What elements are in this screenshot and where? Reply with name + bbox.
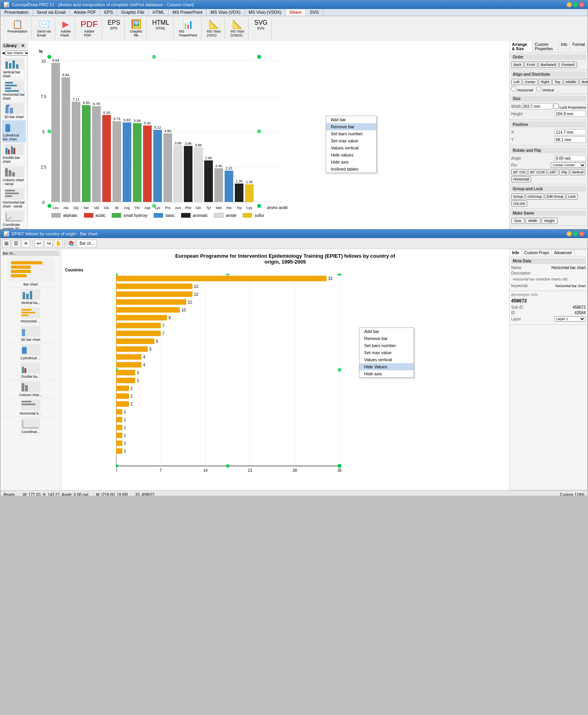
align-left-btn[interactable]: Left: [511, 79, 522, 85]
group-btn[interactable]: Group: [511, 193, 525, 200]
x-input[interactable]: [555, 129, 586, 135]
bottom-sidebar-3d[interactable]: 3D bar chart: [2, 325, 59, 343]
ctx-b-set-max[interactable]: Set max value: [359, 349, 414, 356]
lock-proportions-checkbox[interactable]: [554, 104, 559, 109]
top-chart-canvas[interactable]: 0 2.5 5 7.5 10 % 9.84 8.84: [28, 41, 509, 229]
sidebar-item-horiz-serial[interactable]: Horizontal bar chart - serial: [2, 187, 26, 210]
pin-select[interactable]: Center-Center: [551, 162, 586, 168]
undo-btn[interactable]: ↩: [34, 240, 43, 247]
library-dropdown[interactable]: bar charts: [5, 50, 30, 56]
ctx-inclined-tables[interactable]: Inclined tables: [326, 166, 376, 173]
bottom-close-btn[interactable]: ✕: [579, 231, 584, 237]
bottom-sidebar-double[interactable]: Double ba...: [2, 362, 59, 380]
bottom-sidebar-coord[interactable]: Coordinat...: [2, 417, 59, 435]
align-right-btn[interactable]: Right: [539, 79, 552, 85]
ctx-hide-axis[interactable]: Hide axis: [326, 158, 376, 166]
eps-btn[interactable]: EPS EPS: [107, 18, 121, 31]
adobe-flash-btn[interactable]: ▶ AdobeFlash: [60, 18, 72, 38]
bottom-sidebar-column-serial[interactable]: Column char...: [2, 380, 59, 398]
ctx-set-max-value[interactable]: Set max value: [326, 137, 376, 144]
edit-group-btn[interactable]: Edit Group: [545, 193, 566, 200]
sidebar-item-column-serial[interactable]: Column chart - serial: [2, 165, 26, 187]
front-btn[interactable]: Front: [524, 62, 537, 68]
unlock-btn[interactable]: UnLock: [511, 200, 527, 207]
rotate-180-btn[interactable]: 180°: [548, 169, 559, 175]
ms-ppt-btn[interactable]: 📊 MSPowerPoint: [178, 18, 198, 38]
ungroup-btn[interactable]: UnGroup: [526, 193, 544, 200]
ctx-b-set-bars[interactable]: Set bars number: [359, 342, 414, 349]
email-btn[interactable]: ✉️ Send viaEmail: [36, 18, 52, 38]
ctx-b-hide-axis[interactable]: Hide axis: [359, 370, 414, 377]
library-btn[interactable]: 📚: [67, 240, 76, 247]
html-btn[interactable]: HTML HTML: [151, 18, 170, 31]
sidebar-item-double-bar[interactable]: Double bar chart: [2, 143, 26, 165]
same-height-btn[interactable]: Height: [541, 218, 558, 224]
lock-btn[interactable]: Lock: [566, 193, 578, 200]
solutions-btn[interactable]: ⊞: [2, 240, 11, 247]
adobe-pdf-btn[interactable]: PDF AdobePDF: [80, 18, 99, 38]
same-width-btn[interactable]: Width: [525, 218, 541, 224]
ctx-values-vertical[interactable]: Values vertical: [326, 144, 376, 151]
sidebar-item-3d-bar[interactable]: 3D bar chart: [2, 102, 26, 120]
same-size-btn[interactable]: Size: [511, 218, 524, 224]
align-top-btn[interactable]: Top: [552, 79, 563, 85]
ctx-b-hide-values[interactable]: Hide Values: [359, 363, 414, 370]
ms-visio-vdx-btn[interactable]: 📐 MS Visio(VDX): [206, 18, 221, 38]
tab-bottom-advanced[interactable]: Advanced: [552, 249, 574, 256]
pages-btn[interactable]: ☰: [12, 240, 20, 247]
radio-horizontal[interactable]: [511, 86, 516, 91]
ribbon-tab-ppt[interactable]: MS PowerPoint: [169, 9, 207, 16]
ms-visio-vsdx-btn[interactable]: 📐 MS Visio(VSDX): [230, 18, 245, 38]
backward-btn[interactable]: Backward: [538, 62, 559, 68]
sidebar-item-horizontal-bar[interactable]: Horizontal bar chart: [2, 80, 26, 102]
vertical-btn[interactable]: Vertical: [570, 169, 586, 175]
bottom-sidebar-horizontal[interactable]: Horizontal ...: [2, 306, 59, 325]
hand-btn[interactable]: ✋: [54, 240, 63, 247]
ctx-b-remove-bar[interactable]: Remove bar: [359, 335, 414, 342]
redo-btn[interactable]: ↪: [44, 240, 53, 247]
sidebar-item-cylindrical[interactable]: Cylindrical bar chart: [2, 120, 26, 143]
tab-bottom-custom-props[interactable]: Custom Props: [522, 249, 552, 256]
horizontal-btn[interactable]: Horizontal: [511, 176, 531, 182]
bar-ch-tab[interactable]: Bar ch...: [77, 240, 97, 247]
ctx-remove-bar[interactable]: Remove bar: [326, 123, 376, 130]
bottom-sidebar-cylindrical[interactable]: Cylindrical ...: [2, 343, 59, 362]
height-input[interactable]: [555, 111, 586, 117]
sidebar-item-vertical-bar[interactable]: Vertical bar chart: [2, 57, 26, 80]
ribbon-tab-share[interactable]: Share: [286, 9, 306, 16]
ctx-b-values-vertical[interactable]: Values vertical: [359, 356, 414, 363]
tab-custom-props[interactable]: Custom Properties: [533, 41, 559, 52]
bottom-minimize-btn[interactable]: −: [566, 231, 572, 237]
ctx-set-bars-number[interactable]: Set bars number: [326, 130, 376, 137]
bottom-maximize-btn[interactable]: □: [573, 231, 578, 237]
svg-btn[interactable]: SVG SVG: [253, 18, 268, 31]
maximize-btn[interactable]: □: [573, 2, 578, 7]
ctx-hide-values[interactable]: Hide values: [326, 151, 376, 158]
graphic-file-btn[interactable]: 🖼️ Graphicfile: [129, 18, 143, 38]
rotate-90ccw-btn[interactable]: 90° CCW: [528, 169, 547, 175]
align-center-btn[interactable]: Center: [523, 79, 538, 85]
tab-format[interactable]: Format: [570, 41, 588, 52]
back-btn[interactable]: Back: [511, 62, 524, 68]
layer-select[interactable]: Layer 1: [554, 316, 586, 322]
minimize-btn[interactable]: −: [566, 2, 572, 7]
bottom-sidebar-horiz-serial[interactable]: Horizontal b...: [2, 398, 59, 417]
ribbon-tab-presentation[interactable]: Presentation: [0, 9, 33, 16]
ribbon-tab-visiox[interactable]: MS Visio (VSDX): [245, 9, 286, 16]
width-input[interactable]: [522, 103, 553, 109]
ribbon-tab-svg[interactable]: SVG: [306, 9, 323, 16]
ribbon-tab-graphic[interactable]: Graphic File: [117, 9, 149, 16]
angle-input[interactable]: [555, 155, 586, 161]
y-input[interactable]: [555, 136, 586, 143]
close-btn[interactable]: ✕: [579, 2, 584, 7]
tab-info[interactable]: Info: [559, 41, 570, 52]
tab-bottom-info[interactable]: Info: [510, 249, 522, 256]
ctx-b-add-bar[interactable]: Add bar: [359, 328, 414, 335]
ribbon-tab-pdf[interactable]: Adobe PDF: [70, 9, 100, 16]
align-bottom-btn[interactable]: Bottom: [579, 79, 588, 85]
layers-btn[interactable]: ≡: [22, 240, 30, 247]
bottom-sidebar-vertical[interactable]: Vertical ba...: [2, 288, 59, 306]
ribbon-tab-eps[interactable]: EPS: [100, 9, 117, 16]
flip-btn[interactable]: Flip: [559, 169, 569, 175]
ctx-add-bar[interactable]: Add bar: [326, 116, 376, 123]
